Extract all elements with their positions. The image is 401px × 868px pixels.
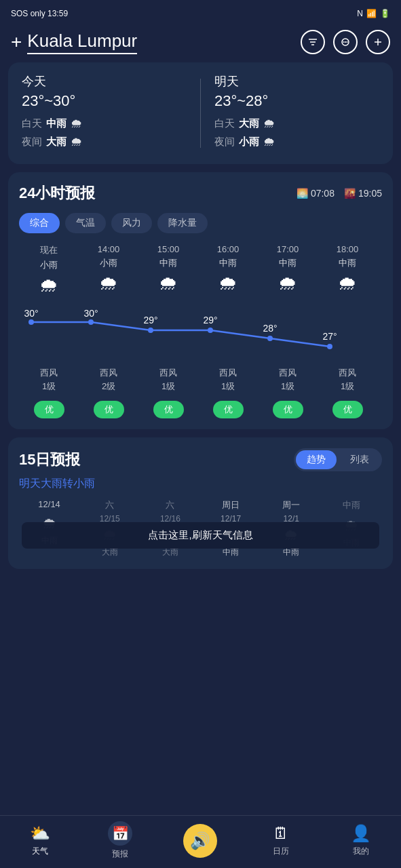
forecast15-tabs: 趋势 列表 bbox=[294, 448, 382, 471]
today-night-row: 夜间 大雨 🌧 bbox=[22, 135, 187, 149]
aqi-badge-3: 优 bbox=[213, 401, 244, 418]
tab-综合[interactable]: 综合 bbox=[19, 213, 60, 233]
tomorrow-day-icon: 🌧 bbox=[263, 117, 275, 131]
hourly-time-3: 16:00 bbox=[217, 244, 240, 254]
filter-button[interactable] bbox=[301, 30, 325, 54]
hourly-time-1: 14:00 bbox=[98, 244, 120, 254]
forecast15-tab-list[interactable]: 列表 bbox=[339, 450, 380, 469]
svg-point-16 bbox=[88, 319, 94, 325]
hourly-cond-5: 中雨 bbox=[339, 257, 356, 269]
aqi-badge-5: 优 bbox=[332, 401, 363, 418]
nav-forecast-icon: 📅 bbox=[108, 821, 132, 846]
hourly-scroll[interactable]: 现在 小雨 🌧 14:00 小雨 🌧 15:00 中雨 🌧 16:00 中雨 🌧… bbox=[19, 244, 382, 296]
wind-item-2: 西风 1级 bbox=[138, 367, 198, 393]
header-icons bbox=[301, 30, 390, 54]
nav-calendar[interactable]: 🗓 日历 bbox=[261, 824, 301, 857]
audio-button[interactable]: 🔊 bbox=[183, 824, 217, 858]
day-name-5: 中雨 bbox=[343, 499, 360, 511]
hourly-item-2: 15:00 中雨 🌧 bbox=[138, 244, 198, 296]
svg-text:28°: 28° bbox=[263, 323, 277, 334]
svg-text:29°: 29° bbox=[143, 315, 157, 326]
wind-item-4: 西风 1级 bbox=[258, 367, 318, 393]
hourly-item-1: 14:00 小雨 🌧 bbox=[79, 244, 138, 296]
nav-profile[interactable]: 👤 我的 bbox=[341, 824, 381, 857]
forecast-15day-card: 15日预报 趋势 列表 明天大雨转小雨 12/14 🌧 中雨 六 12/15 🌧… bbox=[8, 437, 393, 569]
hourly-time-2: 15:00 bbox=[157, 244, 180, 254]
tooltip-overlay[interactable]: 点击这里,刷新天气信息 bbox=[22, 522, 379, 549]
svg-point-18 bbox=[208, 328, 213, 333]
today-label: 今天 bbox=[22, 73, 187, 90]
hourly-item-5: 18:00 中雨 🌧 bbox=[318, 244, 377, 296]
message-button[interactable] bbox=[333, 30, 358, 54]
wind-row: 西风 1级 西风 2级 西风 1级 西风 1级 西风 1级 西风 1级 bbox=[19, 367, 382, 393]
hourly-item-4: 17:00 中雨 🌧 bbox=[258, 244, 318, 296]
tomorrow-col: 明天 23°~28° 白天 大雨 🌧 夜间 小雨 🌧 bbox=[201, 73, 393, 153]
day-name-3: 周日 bbox=[222, 499, 240, 511]
nav-weather-icon: ⛅ bbox=[30, 824, 50, 843]
temp-chart: 30° 30° 29° 29° 28° 27° bbox=[19, 302, 382, 356]
tab-风力[interactable]: 风力 bbox=[111, 213, 152, 233]
hourly-cond-4: 中雨 bbox=[279, 257, 297, 269]
svg-point-6 bbox=[347, 41, 348, 43]
wind-level-3: 1级 bbox=[221, 380, 235, 393]
today-tomorrow-card: 今天 23°~30° 白天 中雨 🌧 夜间 大雨 🌧 明天 23°~28° 白天… bbox=[8, 62, 393, 164]
aqi-badge-4: 优 bbox=[273, 401, 303, 418]
hourly-icon-0: 🌧 bbox=[39, 274, 58, 296]
tab-降水量[interactable]: 降水量 bbox=[157, 213, 208, 233]
wind-dir-0: 西风 bbox=[40, 367, 58, 379]
aqi-badge-1: 优 bbox=[94, 401, 124, 418]
aqi-item-4: 优 bbox=[258, 401, 318, 418]
svg-point-17 bbox=[148, 328, 153, 333]
nav-forecast[interactable]: 📅 预报 bbox=[100, 821, 140, 860]
hourly-icon-1: 🌧 bbox=[99, 272, 118, 294]
audio-icon: 🔊 bbox=[190, 831, 210, 850]
signal-icon: 📶 bbox=[366, 9, 377, 18]
today-day-icon: 🌧 bbox=[71, 117, 83, 131]
bottom-nav: ⛅ 天气 📅 预报 🔊 🗓 日历 👤 我的 bbox=[0, 815, 401, 868]
hourly-cond-1: 小雨 bbox=[100, 257, 117, 269]
wind-level-5: 1级 bbox=[341, 380, 354, 393]
svg-point-15 bbox=[28, 319, 34, 325]
svg-text:29°: 29° bbox=[203, 315, 217, 326]
sunset-value: 19:05 bbox=[358, 188, 382, 199]
svg-point-19 bbox=[267, 336, 273, 341]
wind-dir-3: 西风 bbox=[219, 367, 237, 379]
hourly-time-5: 18:00 bbox=[337, 244, 359, 254]
header: + Kuala Lumpur bbox=[0, 24, 401, 62]
sunset-time: 🌇 19:05 bbox=[344, 188, 382, 199]
sunrise-icon: 🌅 bbox=[297, 188, 308, 199]
hourly-icon-4: 🌧 bbox=[278, 272, 297, 294]
sunrise-value: 07:08 bbox=[311, 188, 335, 199]
hourly-icon-2: 🌧 bbox=[159, 272, 178, 294]
hourly-icon-5: 🌧 bbox=[338, 272, 357, 294]
forecast-24h-card: 24小时预报 🌅 07:08 🌇 19:05 综合 气温 风力 降水量 现在 小… bbox=[8, 172, 393, 429]
tooltip-text: 点击这里,刷新天气信息 bbox=[148, 529, 252, 540]
aqi-badge-0: 优 bbox=[34, 401, 64, 418]
tomorrow-day-label: 白天 bbox=[214, 117, 235, 130]
day-name-4: 周一 bbox=[282, 499, 300, 511]
forecast-24h-title: 24小时预报 bbox=[19, 183, 95, 203]
tomorrow-night-label: 夜间 bbox=[214, 136, 235, 149]
aqi-item-1: 优 bbox=[79, 401, 138, 418]
wind-level-0: 1级 bbox=[42, 380, 56, 393]
nav-weather-label: 天气 bbox=[32, 846, 48, 857]
nav-forecast-label: 预报 bbox=[112, 848, 128, 860]
hourly-time-4: 17:00 bbox=[277, 244, 299, 254]
forecast15-tab-trend[interactable]: 趋势 bbox=[296, 450, 337, 469]
temp-chart-svg: 30° 30° 29° 29° 28° 27° bbox=[19, 302, 379, 356]
tab-气温[interactable]: 气温 bbox=[65, 213, 106, 233]
status-right: N 📶 🔋 bbox=[357, 9, 390, 18]
forecast15-subtitle: 明天大雨转小雨 bbox=[19, 477, 382, 491]
nav-weather[interactable]: ⛅ 天气 bbox=[20, 824, 60, 857]
nav-audio[interactable]: 🔊 bbox=[180, 824, 221, 858]
nav-calendar-label: 日历 bbox=[273, 846, 289, 857]
sun-times: 🌅 07:08 🌇 19:05 bbox=[297, 188, 382, 199]
wind-item-1: 西风 2级 bbox=[79, 367, 138, 393]
svg-point-5 bbox=[345, 41, 346, 43]
add-button[interactable] bbox=[366, 30, 390, 54]
hourly-item-3: 16:00 中雨 🌧 bbox=[198, 244, 258, 296]
forecast15-header: 15日预报 趋势 列表 bbox=[19, 448, 382, 471]
day-name-1: 六 bbox=[105, 499, 114, 511]
add-city-plus[interactable]: + bbox=[11, 31, 22, 53]
hourly-cond-2: 中雨 bbox=[159, 257, 177, 269]
